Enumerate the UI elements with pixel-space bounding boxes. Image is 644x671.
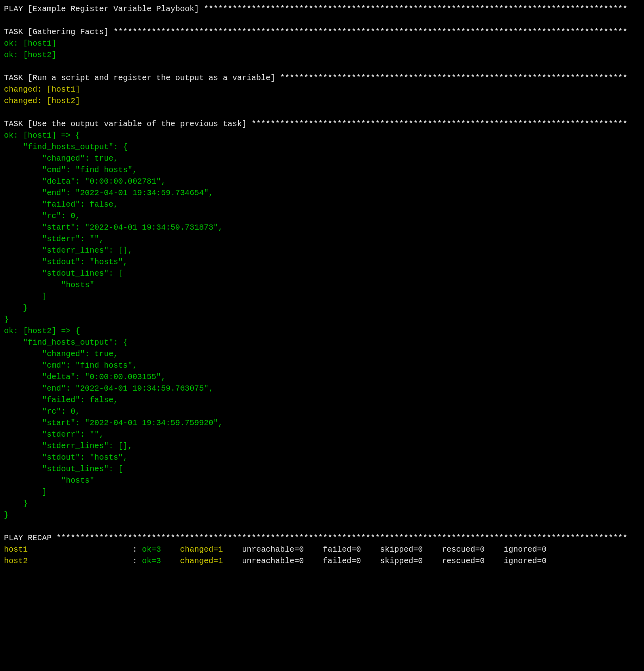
task-usevar-0-start: "start": "2022-04-01 19:34:59.731873", — [4, 223, 223, 232]
recap-ok-1: ok=3 — [142, 556, 161, 566]
task-usevar-1-end: "end": "2022-04-01 19:34:59.763075", — [4, 384, 213, 393]
task-usevar-1-rc: "rc": 0, — [4, 407, 80, 416]
task-usevar-1-delta: "delta": "0:00:00.003155", — [4, 372, 166, 382]
star-fill: ****************************************… — [204, 4, 627, 13]
task-usevar-0-outer-close: } — [4, 315, 9, 324]
task-usevar-0-stderrlines: "stderr_lines": [], — [4, 246, 132, 255]
recap-failed-0: failed=0 — [323, 545, 361, 554]
recap-host-1: host2 — [4, 556, 132, 566]
task-usevar-1-stdoutlines-open: "stdout_lines": [ — [4, 464, 123, 474]
recap-sp6-1 — [485, 556, 504, 566]
task-gather-status-1: ok: [host2] — [4, 50, 56, 59]
task-usevar-0-failed: "failed": false, — [4, 200, 118, 209]
recap-failed-1: failed=0 — [323, 556, 361, 566]
recap-sp1-0 — [161, 545, 180, 554]
star-fill: ****************************************… — [251, 119, 627, 128]
task-usevar-0-stderr: "stderr": "", — [4, 234, 104, 243]
recap-header: PLAY RECAP — [4, 533, 56, 543]
task-usevar-0-stdoutlines-close: ] — [4, 292, 47, 301]
recap-sp4-0 — [361, 545, 380, 554]
task-gather-status-0: ok: [host1] — [4, 39, 56, 48]
task-usevar-0-stdoutlines-0: "hosts" — [4, 280, 94, 289]
task-header-usevar: TASK [Use the output variable of the pre… — [4, 119, 251, 128]
recap-rescued-0: rescued=0 — [442, 545, 485, 554]
recap-sp4-1 — [361, 556, 380, 566]
task-usevar-1-changed: "changed": true, — [4, 349, 118, 359]
recap-rescued-1: rescued=0 — [442, 556, 485, 566]
star-fill: ****************************************… — [280, 73, 627, 82]
task-usevar-1-stdoutlines-close: ] — [4, 487, 47, 497]
task-header-gather: TASK [Gathering Facts] — [4, 27, 113, 36]
task-usevar-0-delta: "delta": "0:00:00.002781", — [4, 177, 166, 186]
task-usevar-1-stdout: "stdout": "hosts", — [4, 453, 128, 462]
recap-sp2-1 — [223, 556, 242, 566]
recap-sp3-0 — [304, 545, 323, 554]
star-fill: ****************************************… — [56, 533, 627, 543]
recap-ignored-1: ignored=0 — [504, 556, 546, 566]
play-header: PLAY [Example Register Variable Playbook… — [4, 4, 204, 13]
task-usevar-0-changed: "changed": true, — [4, 154, 118, 163]
task-usevar-1-inner-close: } — [4, 499, 28, 508]
recap-sp2-0 — [223, 545, 242, 554]
recap-sp3-1 — [304, 556, 323, 566]
task-script-status-1: changed: [host2] — [4, 96, 80, 105]
recap-unreachable-1: unreachable=0 — [242, 556, 304, 566]
task-usevar-1-cmd: "cmd": "find hosts", — [4, 361, 137, 370]
recap-sp5-0 — [423, 545, 442, 554]
task-usevar-1-stderr: "stderr": "", — [4, 430, 104, 439]
task-usevar-0-end: "end": "2022-04-01 19:34:59.734654", — [4, 188, 213, 197]
recap-sp5-1 — [423, 556, 442, 566]
recap-skipped-1: skipped=0 — [380, 556, 423, 566]
task-usevar-0-cmd: "cmd": "find hosts", — [4, 165, 137, 174]
recap-colon-0: : — [132, 545, 142, 554]
ansible-terminal-output: PLAY [Example Register Variable Playbook… — [0, 0, 644, 570]
recap-changed-1: changed=1 — [180, 556, 223, 566]
task-usevar-var-0: "find_hosts_output": { — [4, 142, 128, 151]
task-usevar-status-1: ok: [host2] => { — [4, 326, 80, 336]
task-script-status-0: changed: [host1] — [4, 85, 80, 94]
star-fill: ****************************************… — [113, 27, 627, 36]
task-usevar-var-1: "find_hosts_output": { — [4, 338, 128, 347]
task-usevar-1-stdoutlines-0: "hosts" — [4, 476, 94, 485]
task-usevar-0-stdout: "stdout": "hosts", — [4, 257, 128, 266]
recap-sp1-1 — [161, 556, 180, 566]
recap-skipped-0: skipped=0 — [380, 545, 423, 554]
recap-sp6-0 — [485, 545, 504, 554]
task-usevar-status-0: ok: [host1] => { — [4, 131, 80, 140]
recap-host-0: host1 — [4, 545, 132, 554]
recap-changed-0: changed=1 — [180, 545, 223, 554]
recap-unreachable-0: unreachable=0 — [242, 545, 304, 554]
task-usevar-0-stdoutlines-open: "stdout_lines": [ — [4, 269, 123, 278]
task-usevar-1-outer-close: } — [4, 510, 9, 520]
recap-ok-0: ok=3 — [142, 545, 161, 554]
task-usevar-0-rc: "rc": 0, — [4, 211, 80, 220]
task-usevar-1-failed: "failed": false, — [4, 395, 118, 405]
task-usevar-1-stderrlines: "stderr_lines": [], — [4, 441, 132, 451]
task-header-script: TASK [Run a script and register the outp… — [4, 73, 280, 82]
task-usevar-1-start: "start": "2022-04-01 19:34:59.759920", — [4, 418, 223, 428]
recap-colon-1: : — [132, 556, 142, 566]
recap-ignored-0: ignored=0 — [504, 545, 546, 554]
task-usevar-0-inner-close: } — [4, 303, 28, 312]
